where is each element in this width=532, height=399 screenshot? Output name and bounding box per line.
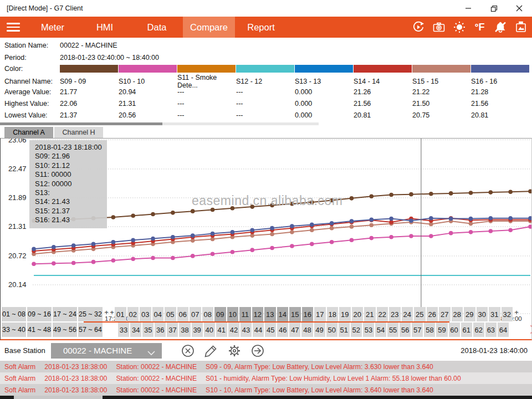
hamburger-menu-icon[interactable] <box>0 17 27 38</box>
channel-button-47[interactable]: 47 <box>289 323 300 337</box>
base-station-dropdown[interactable]: 00022 - MACHINE <box>51 343 162 359</box>
channel-button-32[interactable]: 32 <box>502 307 513 321</box>
info-horizontal-scrollbar[interactable] <box>0 122 319 125</box>
info-scrollbar-thumb[interactable] <box>0 122 162 125</box>
nav-item-compare[interactable]: Compare <box>183 17 235 38</box>
channel-button-63[interactable]: 63 <box>485 323 497 337</box>
group-button-33~40[interactable]: 33 ~ 40 <box>2 323 26 337</box>
bottom-scrollbar-thumb[interactable] <box>14 396 103 399</box>
alarm-mute-bell-icon[interactable] <box>490 17 510 38</box>
channel-button-39[interactable]: 39 <box>192 323 203 337</box>
channel-button-16[interactable]: 16 <box>302 307 314 321</box>
nav-item-hmi[interactable]: HMI <box>79 17 131 38</box>
expand-plus[interactable]: + <box>104 307 109 321</box>
channel-button-19[interactable]: 19 <box>339 307 351 321</box>
channel-button-31[interactable]: 31 <box>489 307 500 321</box>
channel-button-13[interactable]: 13 <box>264 307 276 321</box>
channel-button-10[interactable]: 10 <box>227 307 239 321</box>
channel-button-18[interactable]: 18 <box>327 307 339 321</box>
channel-button-01[interactable]: 01 <box>115 307 126 321</box>
channel-button-38[interactable]: 38 <box>179 323 190 337</box>
channel-button-56[interactable]: 56 <box>400 323 411 337</box>
channel-button-45[interactable]: 45 <box>265 323 276 337</box>
channel-button-54[interactable]: 54 <box>375 323 386 337</box>
group-button-01~08[interactable]: 01 ~ 08 <box>2 307 26 321</box>
group-button-09~16[interactable]: 09 ~ 16 <box>27 307 52 321</box>
minimize-button[interactable] <box>456 0 481 17</box>
channel-button-37[interactable]: 37 <box>167 323 178 337</box>
group-button-57~64[interactable]: 57 ~ 64 <box>78 323 103 337</box>
channel-button-17[interactable]: 17 <box>314 307 326 321</box>
screenshot-camera-icon[interactable] <box>428 17 449 38</box>
group-button-49~56[interactable]: 49 ~ 56 <box>53 323 77 337</box>
channel-button-49[interactable]: 49 <box>314 323 325 337</box>
channel-button-55[interactable]: 55 <box>387 323 398 337</box>
export-arrow-button[interactable] <box>250 344 265 358</box>
edit-pencil-button[interactable] <box>204 344 218 358</box>
bottom-horizontal-scrollbar[interactable] <box>0 396 532 399</box>
tab-channel-h[interactable]: Channel H <box>54 127 103 138</box>
channel-button-04[interactable]: 04 <box>152 307 164 321</box>
channel-button-46[interactable]: 46 <box>277 323 288 337</box>
channel-button-50[interactable]: 50 <box>326 323 337 337</box>
channel-button-11[interactable]: 11 <box>239 307 251 321</box>
channel-button-25[interactable]: 25 <box>414 307 426 321</box>
channel-button-44[interactable]: 44 <box>253 323 264 337</box>
expand-plus[interactable]: + <box>514 307 519 321</box>
temperature-unit-icon[interactable]: °F <box>469 17 490 38</box>
channel-button-34[interactable]: 34 <box>130 323 141 337</box>
brightness-sun-icon[interactable] <box>449 17 469 38</box>
channel-button-52[interactable]: 52 <box>351 323 362 337</box>
channel-button-09[interactable]: 09 <box>214 307 226 321</box>
channel-button-05[interactable]: 05 <box>165 307 176 321</box>
channel-button-60[interactable]: 60 <box>449 323 460 337</box>
channel-button-06[interactable]: 06 <box>177 307 189 321</box>
group-button-17~24[interactable]: 17 ~ 24 <box>53 307 77 321</box>
channel-button-58[interactable]: 58 <box>424 323 435 337</box>
channel-button-33[interactable]: 33 <box>118 323 129 337</box>
expand-plus[interactable]: + <box>109 307 115 321</box>
channel-button-41[interactable]: 41 <box>216 323 227 337</box>
channel-button-21[interactable]: 21 <box>364 307 376 321</box>
close-button[interactable] <box>507 0 532 17</box>
channel-button-07[interactable]: 07 <box>190 307 201 321</box>
channel-button-08[interactable]: 08 <box>202 307 214 321</box>
clear-images-icon[interactable] <box>510 17 531 38</box>
channel-button-29[interactable]: 29 <box>464 307 475 321</box>
channel-button-48[interactable]: 48 <box>301 323 313 337</box>
channel-button-20[interactable]: 20 <box>352 307 364 321</box>
cancel-circle-button[interactable] <box>181 344 195 358</box>
nav-item-meter[interactable]: Meter <box>27 17 79 38</box>
channel-button-59[interactable]: 59 <box>436 323 447 337</box>
channel-button-62[interactable]: 62 <box>473 323 484 337</box>
channel-button-28[interactable]: 28 <box>452 307 463 321</box>
channel-button-15[interactable]: 15 <box>289 307 301 321</box>
compare-chart[interactable]: 23.0622.4721.8921.3120.7220.1419.56 ease… <box>0 138 532 340</box>
channel-button-57[interactable]: 57 <box>412 323 423 337</box>
group-button-25~32[interactable]: 25 ~ 32 <box>78 307 103 321</box>
channel-button-03[interactable]: 03 <box>140 307 151 321</box>
channel-button-22[interactable]: 22 <box>377 307 388 321</box>
channel-button-53[interactable]: 53 <box>363 323 374 337</box>
channel-button-40[interactable]: 40 <box>204 323 215 337</box>
channel-button-61[interactable]: 61 <box>461 323 472 337</box>
channel-button-64[interactable]: 64 <box>498 323 509 337</box>
channel-button-36[interactable]: 36 <box>155 323 166 337</box>
channel-button-35[interactable]: 35 <box>142 323 154 337</box>
channel-button-12[interactable]: 12 <box>252 307 264 321</box>
channel-button-30[interactable]: 30 <box>477 307 488 321</box>
nav-item-report[interactable]: Report <box>235 17 287 38</box>
channel-button-26[interactable]: 26 <box>427 307 438 321</box>
channel-button-27[interactable]: 27 <box>439 307 451 321</box>
channel-button-14[interactable]: 14 <box>277 307 289 321</box>
tab-channel-a[interactable]: Channel A <box>4 127 53 138</box>
settings-gear-button[interactable] <box>227 344 242 358</box>
refresh-icon[interactable] <box>408 17 428 38</box>
channel-button-23[interactable]: 23 <box>389 307 401 321</box>
channel-button-02[interactable]: 02 <box>127 307 139 321</box>
channel-button-24[interactable]: 24 <box>402 307 413 321</box>
restore-button[interactable] <box>481 0 507 17</box>
nav-item-data[interactable]: Data <box>131 17 183 38</box>
channel-button-51[interactable]: 51 <box>339 323 350 337</box>
channel-button-43[interactable]: 43 <box>241 323 252 337</box>
